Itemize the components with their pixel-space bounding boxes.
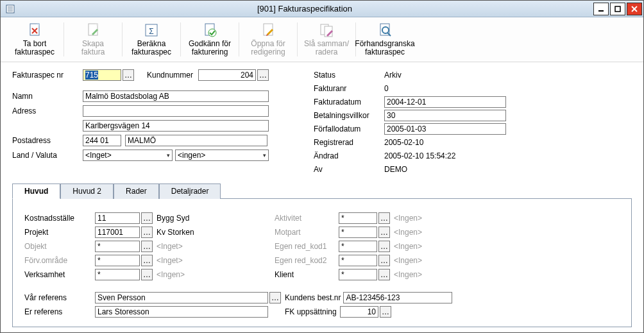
kundbest-input[interactable] — [343, 292, 452, 303]
forv-lookup[interactable]: … — [141, 255, 153, 266]
maximize-button[interactable] — [610, 3, 625, 15]
egen2-input[interactable] — [339, 255, 377, 266]
namn-input[interactable] — [83, 90, 269, 102]
tab-huvud[interactable]: Huvud — [12, 184, 60, 199]
kostnad-input[interactable] — [95, 212, 140, 224]
aktiv-label: Aktivitet — [275, 214, 339, 223]
varref-lookup[interactable]: … — [269, 292, 281, 303]
fakturaspec-nr-lookup[interactable]: … — [123, 69, 134, 81]
status-value: Arkiv — [384, 71, 402, 80]
tab-detaljrader[interactable]: Detaljrader — [159, 184, 221, 199]
merge-delete-button: Slå samman/radera — [300, 20, 353, 59]
klient-input[interactable] — [339, 269, 377, 280]
tab-panel-huvud: Kostnadsställe…Bygg Syd Projekt…Kv Stork… — [12, 199, 632, 327]
fkupp-label: FK uppsättning — [285, 307, 340, 316]
kundnummer-lookup[interactable]: … — [257, 69, 269, 81]
remove-invoicespec-button[interactable]: Ta bortfakturaspec — [8, 20, 61, 59]
klient-text: <Ingen> — [394, 270, 422, 279]
adress1-input[interactable] — [83, 105, 269, 117]
form-body: Fakturaspec nr 715 … Kundnummer … Namn A… — [1, 62, 643, 333]
projekt-text: Kv Storken — [157, 228, 194, 237]
egen2-lookup[interactable]: … — [378, 255, 390, 266]
verk-text: <Ingen> — [157, 270, 185, 279]
verk-input[interactable] — [95, 269, 140, 280]
merge-icon — [318, 22, 335, 38]
preview-button[interactable]: Förhandsgranskafakturaspec — [359, 20, 411, 59]
motpart-label: Motpart — [275, 228, 339, 237]
reg-label: Registrerad — [314, 138, 384, 147]
fakturanr-value: 0 — [384, 84, 389, 93]
postort-input[interactable] — [125, 135, 267, 146]
aktiv-input[interactable] — [339, 212, 377, 224]
fakturanr-label: Fakturanr — [314, 84, 384, 93]
egen1-label: Egen red_kod1 — [275, 242, 339, 251]
forv-text: <Inget> — [157, 256, 183, 265]
projekt-label: Projekt — [24, 228, 95, 237]
create-invoice-button: Skapafaktura — [67, 20, 119, 59]
objekt-input[interactable] — [95, 241, 140, 252]
projekt-lookup[interactable]: … — [141, 226, 153, 238]
fakturadatum-label: Fakturadatum — [314, 98, 384, 107]
fkupp-input[interactable] — [340, 306, 378, 318]
approve-button[interactable]: Godkänn förfakturering — [183, 20, 236, 59]
aktiv-lookup[interactable]: … — [378, 212, 390, 224]
minimize-button[interactable] — [593, 3, 609, 15]
erref-input[interactable] — [95, 306, 268, 318]
av-label: Av — [314, 165, 384, 174]
fakturaspec-nr-input[interactable]: 715 — [83, 69, 121, 81]
objekt-lookup[interactable]: … — [141, 241, 153, 252]
kostnad-label: Kostnadsställe — [24, 214, 95, 223]
andrad-label: Ändrad — [314, 151, 384, 160]
betal-label: Betalningsvillkor — [314, 111, 384, 120]
motpart-input[interactable] — [339, 226, 377, 238]
varref-label: Vår referens — [24, 293, 95, 302]
forv-label: Förv.område — [24, 256, 95, 265]
klient-lookup[interactable]: … — [378, 269, 390, 280]
window-title: [901] Fakturaspecifikation — [17, 4, 592, 13]
open-edit-button: Öppna förredigering — [242, 20, 294, 59]
fakturadatum-input[interactable] — [384, 96, 506, 108]
reg-value: 2005-02-10 — [384, 138, 423, 147]
objekt-label: Objekt — [24, 242, 95, 251]
forv-input[interactable] — [95, 255, 140, 266]
kostnad-text: Bygg Syd — [157, 214, 189, 223]
fkupp-lookup[interactable]: … — [380, 306, 391, 318]
delete-doc-icon — [26, 22, 44, 38]
preview-icon — [376, 22, 394, 38]
kundnummer-label: Kundnummer — [147, 71, 193, 80]
egen1-lookup[interactable]: … — [378, 241, 390, 252]
approve-icon — [201, 22, 219, 38]
projekt-input[interactable] — [95, 226, 140, 238]
betal-input[interactable] — [384, 110, 506, 121]
valuta-select[interactable]: <ingen>▾ — [175, 149, 269, 161]
kostnad-lookup[interactable]: … — [141, 212, 153, 224]
sigma-icon: Σ — [142, 22, 160, 38]
forfall-input[interactable] — [384, 123, 506, 135]
motpart-lookup[interactable]: … — [378, 226, 390, 238]
landvaluta-label: Land / Valuta — [12, 151, 83, 160]
motpart-text: <Ingen> — [394, 228, 422, 237]
varref-input[interactable] — [95, 292, 268, 303]
tab-huvud2[interactable]: Huvud 2 — [60, 184, 114, 199]
svg-text:Σ: Σ — [149, 27, 153, 36]
namn-label: Namn — [12, 92, 83, 101]
klient-label: Klient — [275, 270, 339, 279]
postnr-input[interactable] — [83, 135, 121, 146]
close-button[interactable] — [627, 3, 642, 15]
adress2-input[interactable] — [83, 120, 269, 132]
tab-rader[interactable]: Rader — [114, 184, 159, 199]
system-menu-icon[interactable] — [3, 2, 17, 16]
verk-label: Verksamhet — [24, 270, 95, 279]
land-select[interactable]: <Inget>▾ — [83, 149, 173, 161]
egen1-input[interactable] — [339, 241, 377, 252]
egen2-label: Egen red_kod2 — [275, 256, 339, 265]
create-doc-icon — [84, 22, 102, 38]
kundnummer-input[interactable] — [198, 69, 256, 81]
forfall-label: Förfallodatum — [314, 124, 384, 133]
aktiv-text: <Ingen> — [394, 214, 422, 223]
egen1-text: <Ingen> — [394, 242, 422, 251]
objekt-text: <Inget> — [157, 242, 183, 251]
calculate-button[interactable]: Σ Beräknafakturaspec — [125, 20, 178, 59]
status-label: Status — [314, 71, 384, 80]
verk-lookup[interactable]: … — [141, 269, 153, 280]
